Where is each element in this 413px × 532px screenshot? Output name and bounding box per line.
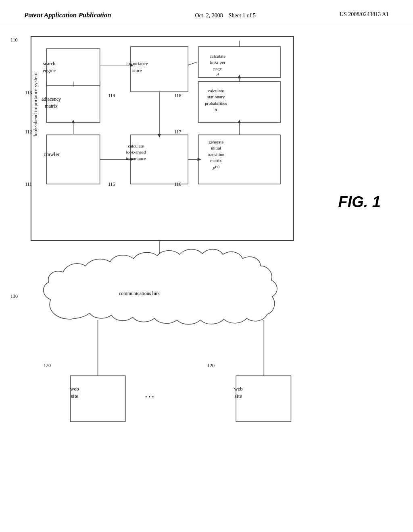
ref-120-left: 120 xyxy=(44,363,51,369)
calc-lookahead-label: calculatelook-aheadimportance xyxy=(110,143,162,162)
ref-112: 112 xyxy=(25,129,32,135)
ref-118: 118 xyxy=(174,93,181,99)
importance-store-label: importancestore xyxy=(113,60,161,74)
website-left-label: website xyxy=(56,385,93,400)
ref-117: 117 xyxy=(174,129,181,135)
gen-transition-label: generateinitialtransitionmatrixP(v) xyxy=(181,139,251,171)
ref-111: 111 xyxy=(25,181,32,187)
calc-stationary-label: calculatestationaryprobabilitiesπ xyxy=(181,88,251,113)
comm-link-label: communications link xyxy=(119,290,160,297)
svg-marker-23 xyxy=(158,134,161,137)
ellipsis: ... xyxy=(145,391,156,399)
header-center-info: Oct. 2, 2008 Sheet 1 of 5 xyxy=(195,11,256,20)
page-header: Patent Application Publication Oct. 2, 2… xyxy=(0,0,413,24)
header-left-label: Patent Application Publication xyxy=(24,11,111,19)
ref-115: 115 xyxy=(108,181,115,187)
ref-119: 119 xyxy=(108,93,115,99)
svg-marker-19 xyxy=(238,120,241,123)
svg-rect-1 xyxy=(47,135,100,184)
ref-110: 110 xyxy=(10,37,18,43)
website-right-label: website xyxy=(220,385,257,400)
svg-marker-25 xyxy=(72,120,75,123)
ref-120-right: 120 xyxy=(207,363,215,369)
diagram-area: 110 look-ahead importance system 111 cra… xyxy=(0,24,413,516)
search-engine-label: searchengine xyxy=(33,60,65,74)
svg-rect-0 xyxy=(31,37,294,241)
ref-116: 116 xyxy=(174,181,181,187)
ref-130: 130 xyxy=(10,293,18,299)
crawler-label: crawler xyxy=(35,151,68,158)
ref-113: 113 xyxy=(25,90,32,96)
header-right-patent: US 2008/0243813 A1 xyxy=(340,11,389,18)
calc-links-label: calculatelinks perpaged xyxy=(182,53,253,78)
adjacency-matrix-label: adjacencymatrix xyxy=(29,96,73,110)
fig-label: FIG. 1 xyxy=(338,193,381,211)
